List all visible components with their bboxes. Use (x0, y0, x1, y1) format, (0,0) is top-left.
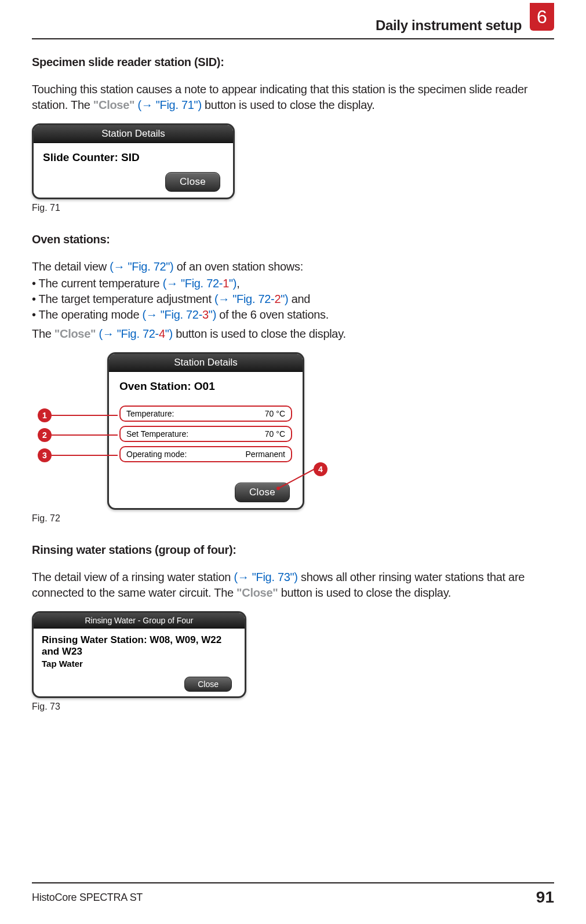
param-row-temperature: Temperature: 70 °C (119, 406, 292, 422)
callout-3: 3 (38, 448, 52, 462)
footer-page-number: 91 (536, 888, 554, 907)
rinsing-station-line: Rinsing Water Station: W08, W09, W22 and… (42, 634, 236, 658)
param-label: Temperature: (126, 409, 174, 418)
param-row-operating-mode: Operating mode: Permanent (119, 446, 292, 462)
param-row-set-temperature: Set Temperature: 70 °C (119, 426, 292, 442)
close-button[interactable]: Close (165, 172, 220, 192)
fig72-xref[interactable]: (→ "Fig. 72") (110, 260, 173, 273)
param-label: Set Temperature: (126, 429, 188, 439)
fig72-caption: Fig. 72 (32, 513, 554, 524)
dialog-titlebar: Station Details (34, 125, 233, 143)
fig73-caption: Fig. 73 (32, 702, 554, 712)
svg-point-1 (276, 487, 280, 490)
close-button[interactable]: Close (184, 677, 232, 692)
param-value: Permanent (246, 450, 285, 459)
fig72-figure: Station Details Oven Station: O01 Temper… (72, 352, 356, 510)
bullet-item: The current temperature (→ "Fig. 72-1"), (32, 276, 554, 291)
param-value: 70 °C (265, 409, 285, 418)
fig71-xref[interactable]: "Fig. 71" (156, 98, 198, 111)
svg-line-0 (278, 469, 314, 488)
footer-product-name: HistoCore SPECTRA ST (32, 892, 143, 904)
section2-intro: The detail view (→ "Fig. 72") of an oven… (32, 259, 554, 275)
rinsing-water-type: Tap Water (42, 659, 236, 669)
section-heading-oven: Oven stations: (32, 233, 554, 246)
bullet-item: The operating mode (→ "Fig. 72-3") of th… (32, 307, 554, 323)
dialog-titlebar: Rinsing Water - Group of Four (34, 613, 245, 629)
page-footer: HistoCore SPECTRA ST 91 (32, 882, 554, 907)
fig71-dialog: Station Details Slide Counter: SID Close (32, 123, 235, 199)
close-label-ref: "Close" (93, 98, 134, 111)
callout-2: 2 (38, 428, 52, 442)
section-heading-sid: Specimen slide reader station (SID): (32, 56, 554, 69)
oven-bullet-list: The current temperature (→ "Fig. 72-1"),… (32, 276, 554, 323)
section2-closing: The "Close" (→ "Fig. 72-4") button is us… (32, 326, 554, 342)
chapter-title: Daily instrument setup (376, 17, 522, 34)
fig71-caption: Fig. 71 (32, 203, 554, 213)
chapter-number-badge: 6 (530, 3, 554, 31)
dialog-titlebar: Station Details (109, 354, 303, 372)
fig73-xref[interactable]: (→ "Fig. 73") (234, 571, 297, 583)
callout-1: 1 (38, 408, 52, 422)
section3-paragraph: The detail view of a rinsing water stati… (32, 569, 554, 601)
section1-paragraph: Touching this station causes a note to a… (32, 82, 554, 113)
page-header: Daily instrument setup 6 (32, 17, 554, 39)
param-label: Operating mode: (126, 450, 187, 459)
dialog-heading-sid: Slide Counter: SID (43, 151, 224, 164)
bullet-item: The target temperature adjustment (→ "Fi… (32, 291, 554, 307)
section-heading-rinsing: Rinsing water stations (group of four): (32, 543, 554, 557)
callout-4-connector (278, 468, 319, 491)
dialog-heading-oven: Oven Station: O01 (119, 380, 292, 393)
fig73-dialog: Rinsing Water - Group of Four Rinsing Wa… (32, 611, 246, 698)
param-value: 70 °C (265, 429, 285, 439)
